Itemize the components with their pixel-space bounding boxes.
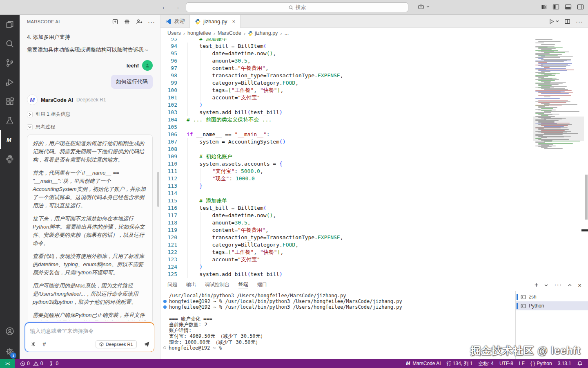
reference-toggle[interactable]: 引用 1 相关信息	[27, 111, 153, 118]
maximize-panel-icon[interactable]	[568, 284, 572, 287]
prompt-circle	[163, 346, 166, 349]
eol-status[interactable]: LF	[516, 359, 528, 368]
python-extension-icon[interactable]	[0, 149, 20, 168]
accounts-icon[interactable]	[0, 321, 20, 341]
toggle-primary-sidebar-icon[interactable]	[552, 4, 559, 10]
encoding-status[interactable]: UTF-8	[497, 359, 516, 368]
tab-close-icon[interactable]: ×	[232, 18, 236, 25]
minimap-viewport[interactable]	[533, 117, 584, 141]
extensions-icon[interactable]	[0, 92, 20, 111]
panel-tab-输出[interactable]: 输出	[186, 281, 196, 289]
remote-indicator[interactable]: ><	[0, 359, 15, 368]
testing-icon[interactable]	[0, 111, 20, 130]
title-bar: ← → 搜索	[0, 0, 588, 15]
thinking-paragraph: 用户可能使用的是Mac系统，因为文件路径是/Users/hongfeilee/.…	[33, 282, 147, 306]
command-success-dot	[163, 300, 167, 303]
new-chat-icon[interactable]	[112, 18, 118, 25]
run-debug-icon[interactable]	[0, 72, 20, 92]
marscode-ai-icon[interactable]: M	[0, 130, 20, 149]
new-terminal-icon[interactable]: +	[535, 281, 538, 289]
terminal-dropdown-icon[interactable]	[544, 284, 548, 287]
thinking-toggle[interactable]: 思考过程	[27, 123, 153, 130]
sidebar-scrollbar[interactable]	[157, 172, 159, 207]
chevron-right-icon	[27, 112, 33, 117]
status-bar: >< 0 0 0 MMarsCode AI 行 134, 列 1 空格: 4 U…	[0, 359, 588, 368]
send-icon[interactable]	[143, 341, 150, 348]
customize-layout-icon[interactable]	[541, 4, 547, 10]
panel-tab-问题[interactable]: 问题	[167, 281, 177, 289]
tab-jizhang-py[interactable]: jizhang.py ×	[190, 15, 241, 28]
panel-tab-调试控制台[interactable]: 调试控制台	[205, 281, 229, 289]
breadcrumb-item[interactable]: MarsCode	[218, 30, 241, 36]
marscode-chat-panel: MARSCODE AI ··· 4. 添加多用户支持 需要添加具体功能实现或调整…	[20, 15, 160, 359]
search-icon	[288, 5, 294, 10]
code-line-114: 114	[160, 190, 187, 197]
panel-more-icon[interactable]: ···	[554, 281, 562, 289]
hash-icon[interactable]: #	[43, 341, 46, 348]
explorer-icon[interactable]	[0, 15, 20, 34]
breadcrumb-separator: ›	[244, 30, 245, 36]
code-editor[interactable]: 93 # 添加账单94 test_bill = BillItem(95 date…	[160, 38, 588, 279]
toggle-panel-icon[interactable]	[565, 4, 572, 10]
panel-tab-终端[interactable]: 终端	[238, 281, 248, 289]
assistant-name: MarsCode AI	[41, 97, 73, 103]
code-line-125: 125 system.add_bill(test_bill)	[160, 271, 283, 278]
search-sidebar-icon[interactable]	[0, 34, 20, 53]
chat-message-input[interactable]	[30, 328, 149, 334]
code-line-109: 109 # 初始化账户	[160, 153, 232, 160]
robot-icon	[417, 3, 425, 10]
warning-icon	[33, 361, 39, 366]
toggle-secondary-sidebar-icon[interactable]	[577, 4, 584, 10]
chevron-down-icon	[27, 124, 33, 130]
nav-back-icon[interactable]: ←	[160, 3, 169, 10]
minimap[interactable]	[533, 38, 584, 279]
settings-badge: 1	[10, 352, 16, 359]
breadcrumb-item[interactable]: Users	[167, 30, 181, 36]
chat-settings-gear-icon[interactable]	[124, 18, 130, 25]
tab-label: jizhang.py	[203, 18, 227, 25]
breadcrumb-item[interactable]: jizhang.py	[248, 30, 278, 36]
minimap-line	[535, 43, 544, 43]
more-actions-icon[interactable]: ···	[148, 18, 155, 25]
code-line-102: 102 )	[160, 101, 203, 109]
close-panel-icon[interactable]: ×	[578, 282, 581, 289]
problems-status[interactable]: 0 0	[17, 359, 46, 368]
editor-group: 欢迎 jizhang.py × ··· Users›hongfeilee›Mar…	[160, 15, 588, 359]
ports-status[interactable]: 0	[46, 359, 61, 368]
editor-scrollbar[interactable]	[584, 38, 588, 279]
code-line-105: 105	[160, 123, 187, 131]
run-python-file-button[interactable]	[548, 18, 559, 25]
marscode-status-item[interactable]: MMarsCode AI	[403, 359, 443, 368]
dot-spacer	[163, 294, 167, 297]
cursor-position-status[interactable]: 行 134, 列 1	[444, 359, 476, 368]
tab-welcome[interactable]: 欢迎	[160, 15, 190, 28]
watermark: 掘金技术社区 @ leehft	[470, 344, 581, 357]
breadcrumb-separator: ›	[183, 30, 185, 36]
scrollbar-thumb[interactable]	[585, 175, 588, 220]
search-input[interactable]: 搜索	[186, 2, 408, 12]
settings-gear-icon[interactable]: 1	[0, 342, 20, 361]
notifications-bell-icon[interactable]	[574, 359, 586, 368]
ai-assistant-button[interactable]	[417, 3, 430, 10]
language-mode-status[interactable]: { }Python	[528, 359, 555, 368]
terminal-list-item-zsh[interactable]: zsh	[516, 292, 588, 301]
minimap-line	[541, 108, 553, 109]
breadcrumb-item[interactable]: ...	[285, 30, 289, 36]
python-version-status[interactable]: 3.13.1	[555, 359, 574, 368]
sparkle-icon[interactable]	[30, 341, 36, 347]
search-placeholder: 搜索	[296, 4, 306, 11]
model-selector-pill[interactable]: Deepseek R1	[96, 340, 137, 348]
dot-spacer	[163, 323, 167, 326]
split-editor-icon[interactable]	[564, 18, 570, 25]
editor-more-actions-icon[interactable]: ···	[576, 18, 583, 25]
nav-forward-icon[interactable]: →	[172, 3, 181, 10]
indentation-status[interactable]: 空格: 4	[476, 359, 497, 368]
thinking-content-box: 好的，用户现在想知道如何运行他们刚刚生成的记账代码。我需要先回顾一下他们提供的代…	[27, 135, 153, 321]
minimap-line	[544, 148, 563, 149]
source-control-icon[interactable]	[0, 53, 20, 72]
panel-tab-端口[interactable]: 端口	[257, 281, 267, 289]
share-user-icon[interactable]	[136, 18, 143, 25]
code-line-104: 104# ... 前面的类定义保持不变 ...	[160, 116, 272, 123]
terminal-list-item-python[interactable]: Python	[516, 301, 588, 310]
breadcrumb-item[interactable]: hongfeilee	[187, 30, 211, 36]
